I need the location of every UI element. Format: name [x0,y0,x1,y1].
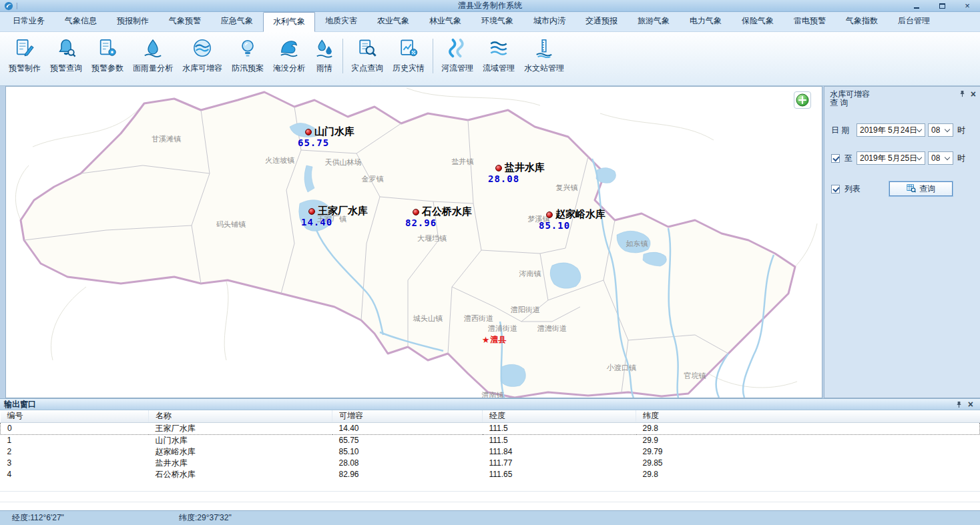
reservoir-dot-icon[interactable] [495,165,502,171]
star-icon: ★ [482,336,490,344]
menu-item[interactable]: 林业气象 [419,11,471,31]
menu-item[interactable]: 城市内涝 [523,11,575,31]
column-header[interactable]: 名称 [149,410,332,422]
toolbar-button-river-manage[interactable]: 河流管理 [437,33,478,85]
toolbar-button-warning-params[interactable]: 预警参数 [87,33,128,85]
toolbar-label: 流域管理 [483,63,515,74]
toolbar-label: 灾点查询 [351,63,383,74]
town-label: 澧浦街道 [488,324,517,334]
toolbar-label: 面雨量分析 [133,63,173,74]
table-cell: 1 [1,434,149,446]
menu-item[interactable]: 预报制作 [107,11,159,31]
zoom-full-extent-button[interactable] [794,91,811,109]
table-cell: 111.84 [483,446,636,458]
town-label: 复兴镇 [556,183,578,193]
town-label: 火连坡镇 [265,155,294,165]
menu-item[interactable]: 水利气象 [263,12,315,32]
toolbar-button-flood-plan[interactable]: 防汛预案 [227,33,268,85]
reservoir-query-panel: 水库可增容 查 询 × 日 期 2019年 5月24日 08 时 [824,86,980,398]
table-cell: 29.8 [636,422,980,434]
hour-from-select[interactable]: 08 [928,123,953,137]
toolbar-button-disaster-query[interactable]: 灾点查询 [346,33,388,85]
reservoir-dot-icon[interactable] [305,129,312,135]
list-checkbox[interactable] [831,185,840,193]
town-label: 小渡口镇 [607,363,636,373]
toolbar-label: 历史灾情 [393,63,425,74]
reservoir-dot-icon[interactable] [308,208,315,215]
reservoir-name: 山门水库 [314,125,354,138]
table-cell: 29.9 [636,434,980,446]
close-button[interactable]: × [963,2,972,10]
toolbar-button-rainfall-analysis[interactable]: 面雨量分析 [128,33,178,85]
column-header[interactable]: 编号 [1,410,149,422]
table-cell: 28.08 [332,458,483,469]
toolbar-button-basin-manage[interactable]: 流域管理 [478,33,519,85]
toolbar-button-hydro-station[interactable]: 水文站管理 [519,33,569,85]
toolbar-label: 防汛预案 [232,63,264,74]
toolbar-button-submersion-analysis[interactable]: 淹没分析 [268,33,310,85]
toolbar-button-reservoir-capacity[interactable]: 水库可增容 [178,33,227,85]
minimize-button[interactable] [912,2,921,10]
reservoir-value: 14.40 [301,217,332,227]
town-label: 如东镇 [626,239,648,249]
table-cell: 3 [1,458,149,469]
menu-item[interactable]: 日常业务 [3,11,55,31]
status-latitude: 纬度:29°37'32" [179,512,232,524]
table-row[interactable]: 4石公桥水库82.96111.6529.8 [1,469,980,480]
menu-item[interactable]: 后台管理 [888,11,940,31]
query-table-icon [907,183,916,195]
table-row[interactable]: 3盐井水库28.08111.7729.85 [1,458,980,469]
menu-item[interactable]: 地质灾害 [315,11,367,31]
menu-item[interactable]: 雷电预警 [784,11,836,31]
table-row[interactable]: 2赵家峪水库85.10111.8429.79 [1,446,980,458]
toolbar-button-warning-query[interactable]: 预警查询 [45,33,87,85]
map-canvas[interactable]: 甘溪滩镇火连坡镇天供山林场金罗镇盐井镇复兴镇码头铺镇王家厂镇梦溪镇大堰垱镇如东镇… [5,86,822,398]
table-cell: 4 [1,469,149,480]
menu-item[interactable]: 气象预警 [159,11,211,31]
menu-item[interactable]: 气象信息 [55,11,107,31]
table-cell: 盐井水库 [149,458,332,469]
column-header[interactable]: 可增容 [332,410,483,422]
chevron-down-icon [917,154,922,159]
status-longitude: 经度:112°6'27" [12,512,64,524]
table-cell: 111.77 [483,458,636,469]
table-cell: 65.75 [332,434,483,446]
pin-icon[interactable] [955,401,963,408]
toolbar-button-rain-info[interactable]: 雨情 [310,33,339,85]
chevron-down-icon [945,126,950,131]
table-head: 编号名称可增容经度纬度 [1,410,980,422]
menu-item[interactable]: 电力气象 [680,11,732,31]
menu-item[interactable]: 应急气象 [211,11,263,31]
date-to-select[interactable]: 2019年 5月25日 [856,151,925,165]
menu-item[interactable]: 保险气象 [732,11,784,31]
output-table: 编号名称可增容经度纬度 0王家厂水库14.40111.529.81山门水库65.… [0,410,980,480]
menu-item[interactable]: 旅游气象 [628,11,680,31]
green-globe-icon [796,93,809,107]
query-button[interactable]: 查询 [889,181,953,196]
column-header[interactable]: 经度 [483,410,636,422]
panel-close-icon[interactable]: × [971,91,976,97]
table-cell: 111.65 [483,469,636,480]
to-checkbox[interactable] [831,154,840,163]
toolbar-button-disaster-history[interactable]: 历史灾情 [388,33,429,85]
output-close-icon[interactable]: × [968,401,973,408]
town-label: 金罗镇 [362,174,384,184]
hour-to-select[interactable]: 08 [928,151,953,165]
toolbar-button-warning-make[interactable]: 预警制作 [4,33,45,85]
menu-item[interactable]: 农业气象 [367,11,419,31]
reservoir-dot-icon[interactable] [546,211,553,218]
table-row[interactable]: 0王家厂水库14.40111.529.8 [1,422,980,434]
reservoir-dot-icon[interactable] [413,209,419,215]
table-row[interactable]: 1山门水库65.75111.529.9 [1,434,980,446]
menu-item[interactable]: 环境气象 [471,11,523,31]
pin-icon[interactable] [959,90,966,97]
reservoir-value: 28.08 [488,173,519,184]
date-from-select[interactable]: 2019年 5月24日 [856,123,925,137]
menu-item[interactable]: 交通预报 [575,11,628,31]
restore-button[interactable] [937,2,947,10]
query-button-label: 查询 [919,183,935,195]
menu-item[interactable]: 气象指数 [836,11,888,31]
town-label: 城头山镇 [413,314,443,324]
town-label: 大堰垱镇 [417,233,447,243]
column-header[interactable]: 纬度 [636,410,980,422]
